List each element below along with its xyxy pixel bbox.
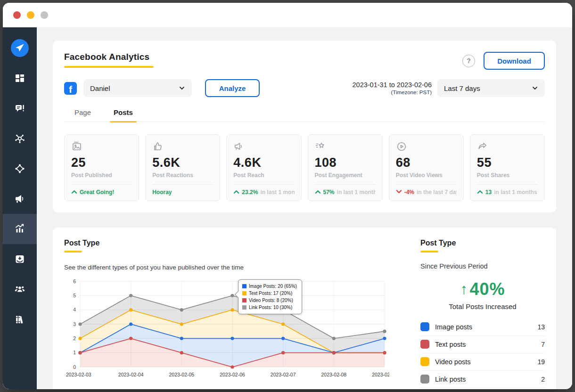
legend-swatch-icon bbox=[420, 375, 429, 384]
legend-row-video-posts: Video posts19 bbox=[420, 353, 545, 371]
svg-text:1: 1 bbox=[73, 350, 76, 355]
tooltip-text: Video Posts: 8 (20%) bbox=[249, 297, 293, 304]
sidebar-item-team-users[interactable] bbox=[3, 274, 37, 304]
sidebar-item-send-logo[interactable] bbox=[3, 33, 37, 63]
svg-text:4: 4 bbox=[73, 307, 76, 312]
paper-plane-icon bbox=[15, 43, 25, 53]
summary-panel: Post Type Since Previous Period ↑ 40% To… bbox=[403, 239, 545, 388]
main-area: Facebook Analytics ? Download f Daniel A… bbox=[37, 27, 572, 389]
chart-title: Post Type bbox=[64, 239, 403, 247]
tab-posts[interactable]: Posts bbox=[114, 108, 133, 122]
legend-row-link-posts: Link posts2 bbox=[420, 371, 545, 388]
stat-value: 5.6K bbox=[152, 155, 213, 170]
minimize-button[interactable] bbox=[27, 11, 34, 19]
stat-card-post-reach: 4.6KPost Reach23.2%in last 1 months bbox=[226, 134, 301, 201]
compose-post-icon bbox=[14, 103, 25, 114]
stat-footer: Hooray bbox=[152, 185, 213, 201]
series-swatch-icon bbox=[242, 298, 246, 302]
stat-footer: 23.2%in last 1 months bbox=[233, 185, 294, 201]
app-logo bbox=[11, 39, 29, 57]
title-underline bbox=[64, 66, 154, 68]
legend-row-text-posts: Text posts7 bbox=[420, 336, 545, 353]
app-window: Facebook Analytics ? Download f Daniel A… bbox=[3, 3, 572, 389]
trend-up-icon bbox=[233, 189, 239, 196]
tooltip-text: Link Posts: 10 (30%) bbox=[249, 304, 292, 311]
stat-label: Post Engagement bbox=[315, 172, 376, 179]
tab-page[interactable]: Page bbox=[74, 108, 91, 122]
stat-label: Post Reactions bbox=[152, 172, 213, 179]
network-icon bbox=[14, 133, 25, 144]
sidebar-item-diamond-nodes[interactable] bbox=[3, 154, 37, 184]
close-button[interactable] bbox=[13, 11, 21, 19]
team-users-icon bbox=[14, 284, 26, 295]
period-select[interactable]: Last 7 days bbox=[437, 79, 545, 97]
stat-label: Post Reach bbox=[233, 172, 294, 179]
sidebar-item-inbox-download[interactable] bbox=[3, 244, 37, 274]
tooltip-item: Link Posts: 10 (30%) bbox=[242, 304, 297, 311]
legend-swatch-icon bbox=[420, 340, 429, 349]
legend-value: 13 bbox=[537, 323, 545, 331]
stat-highlight: -4% bbox=[404, 189, 414, 196]
sidebar-item-compose-post[interactable] bbox=[3, 93, 37, 123]
thumbs-up-icon bbox=[152, 141, 213, 152]
tooltip-item: Image Posts: 20 (65%) bbox=[242, 283, 297, 290]
summary-legend: Image posts13Text posts7Video posts19Lin… bbox=[420, 318, 545, 388]
legend-swatch-icon bbox=[420, 322, 429, 331]
tooltip-item: Text Posts: 17 (20%) bbox=[242, 290, 297, 297]
stat-footer: Great Going! bbox=[71, 185, 132, 201]
analytics-icon bbox=[14, 223, 25, 235]
change-row: ↑ 40% bbox=[420, 279, 545, 299]
svg-text:5: 5 bbox=[73, 292, 76, 298]
legend-label: Link posts bbox=[435, 376, 535, 383]
svg-text:2023-02-04: 2023-02-04 bbox=[118, 372, 144, 377]
megaphone-icon bbox=[233, 141, 294, 152]
stat-suffix: in last 1 months bbox=[494, 189, 537, 196]
post-type-chart[interactable]: 01234562023-02-032023-02-042023-02-05202… bbox=[64, 277, 403, 381]
summary-subtitle: Since Previous Period bbox=[420, 262, 545, 270]
series-swatch-icon bbox=[242, 305, 246, 310]
facebook-icon: f bbox=[64, 82, 77, 95]
tooltip-text: Image Posts: 20 (65%) bbox=[249, 283, 297, 290]
page-title: Facebook Analytics bbox=[64, 52, 154, 62]
line-chart[interactable]: 01234562023-02-032023-02-042023-02-05202… bbox=[64, 277, 389, 379]
stats-row: 25Post PublishedGreat Going!5.6KPost Rea… bbox=[64, 134, 545, 201]
stat-highlight: Hooray bbox=[152, 189, 172, 196]
chart-tooltip: Image Posts: 20 (65%)Text Posts: 17 (20%… bbox=[238, 279, 302, 314]
stat-footer: -4%in the last 7 days bbox=[396, 185, 457, 201]
chart-section: Post Type See the different types of pos… bbox=[64, 239, 403, 388]
sidebar-item-dashboard[interactable] bbox=[3, 63, 37, 93]
summary-title-underline bbox=[420, 251, 438, 253]
series-swatch-icon bbox=[242, 284, 246, 288]
stat-value: 25 bbox=[71, 155, 132, 170]
sidebar-item-analytics[interactable] bbox=[3, 214, 37, 244]
window-titlebar bbox=[3, 3, 572, 27]
chart-title-underline bbox=[64, 251, 82, 253]
window-content: Facebook Analytics ? Download f Daniel A… bbox=[3, 27, 572, 389]
megaphone-icon bbox=[14, 193, 25, 204]
svg-text:2023-02-09: 2023-02-09 bbox=[372, 372, 389, 377]
stat-footer: 13in last 1 months bbox=[477, 185, 538, 201]
stat-card-post-published: 25Post PublishedGreat Going! bbox=[64, 134, 139, 201]
legend-row-image-posts: Image posts13 bbox=[420, 318, 545, 336]
svg-text:2023-02-08: 2023-02-08 bbox=[321, 372, 346, 377]
stat-suffix: in the last 7 days bbox=[417, 189, 457, 196]
legend-value: 19 bbox=[537, 358, 545, 366]
analyze-button[interactable]: Analyze bbox=[205, 79, 260, 97]
legend-value: 7 bbox=[541, 341, 545, 348]
download-button[interactable]: Download bbox=[484, 52, 545, 70]
stat-value: 108 bbox=[315, 155, 376, 170]
stat-suffix: in last 1 months bbox=[337, 189, 376, 196]
sidebar-item-library-books[interactable] bbox=[3, 304, 37, 335]
summary-title: Post Type bbox=[420, 239, 545, 247]
sidebar-item-megaphone[interactable] bbox=[3, 184, 37, 214]
analytics-header-card: Facebook Analytics ? Download f Daniel A… bbox=[53, 41, 556, 212]
trend-up-icon bbox=[315, 189, 321, 196]
svg-text:2023-02-06: 2023-02-06 bbox=[220, 372, 245, 377]
account-select[interactable]: Daniel bbox=[83, 79, 192, 97]
maximize-button[interactable] bbox=[41, 11, 48, 19]
stat-highlight: 57% bbox=[323, 189, 335, 196]
legend-label: Image posts bbox=[435, 323, 532, 331]
sidebar-item-network[interactable] bbox=[3, 123, 37, 154]
timezone-text: (Timezone: PST) bbox=[353, 90, 432, 95]
help-icon[interactable]: ? bbox=[462, 55, 475, 67]
